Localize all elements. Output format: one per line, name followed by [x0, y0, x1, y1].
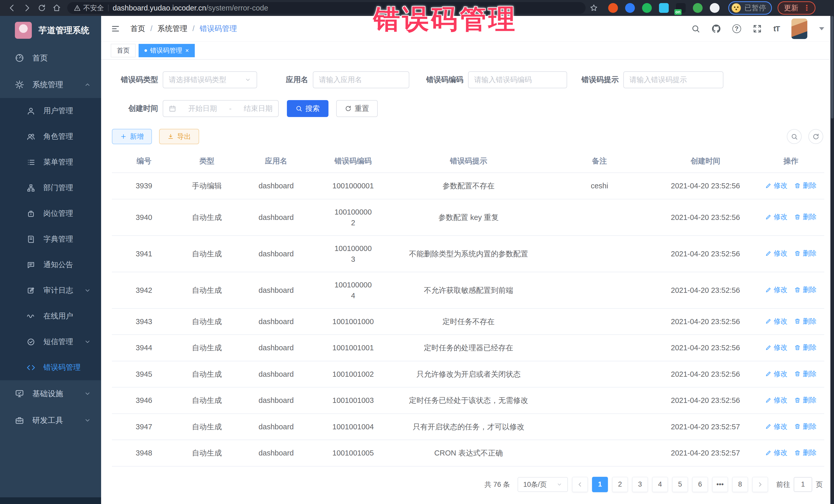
- tab-label: 首页: [117, 46, 130, 54]
- font-size-icon[interactable]: tT: [773, 24, 780, 33]
- delete-link[interactable]: 删除: [794, 316, 816, 327]
- page-button-8[interactable]: 8: [732, 477, 748, 492]
- page-button-2[interactable]: 2: [612, 477, 628, 492]
- page-ellipsis-button[interactable]: •••: [712, 477, 728, 492]
- error-code-input[interactable]: [474, 76, 561, 84]
- home-button[interactable]: [49, 2, 64, 14]
- breadcrumb-item[interactable]: 首页: [130, 24, 145, 34]
- edit-link[interactable]: 修改: [765, 447, 788, 458]
- sidebar-item-online-users[interactable]: 在线用户: [0, 303, 101, 329]
- browser-menu-icon[interactable]: ⋮: [803, 6, 811, 10]
- export-button[interactable]: 导出: [159, 129, 199, 144]
- user-avatar[interactable]: [791, 19, 807, 39]
- gem-extension-icon[interactable]: [625, 3, 635, 13]
- sidebar-item-post-mgmt[interactable]: 岗位管理: [0, 201, 101, 226]
- delete-link[interactable]: 删除: [794, 395, 816, 406]
- delete-link[interactable]: 删除: [794, 369, 816, 379]
- delete-link[interactable]: 删除: [794, 212, 816, 222]
- trash-icon: [794, 214, 800, 220]
- search-button[interactable]: 搜索: [287, 100, 328, 117]
- sidebar-item-dict-mgmt[interactable]: 字典管理: [0, 226, 101, 252]
- delete-link[interactable]: 删除: [794, 447, 816, 458]
- edit-link[interactable]: 修改: [765, 369, 788, 379]
- delete-link[interactable]: 删除: [794, 284, 816, 295]
- github-icon[interactable]: [712, 24, 721, 33]
- goto-page-input[interactable]: [794, 477, 812, 492]
- fullscreen-icon[interactable]: [753, 24, 762, 33]
- delete-link[interactable]: 删除: [794, 180, 816, 191]
- browser-scrollbar[interactable]: [830, 16, 834, 504]
- sidebar-item-notice[interactable]: 通知公告: [0, 252, 101, 278]
- cell-actions: 修改删除: [758, 387, 824, 414]
- ubuntu-extension-icon[interactable]: [608, 3, 618, 13]
- grid-extension-icon[interactable]: [659, 3, 669, 13]
- edit-link[interactable]: 修改: [765, 395, 788, 406]
- prev-page-button[interactable]: [572, 477, 588, 492]
- sidebar-item-menu-mgmt[interactable]: 菜单管理: [0, 149, 101, 175]
- sidebar-toggle-icon[interactable]: [111, 24, 120, 34]
- sidebar-item-infrastructure[interactable]: 基础设施: [0, 380, 101, 407]
- error-hint-input[interactable]: [630, 76, 717, 84]
- toggle-search-button[interactable]: [787, 129, 802, 144]
- page-size-select[interactable]: 10条/页: [518, 477, 568, 492]
- edit-link[interactable]: 修改: [765, 342, 788, 353]
- app-name-input[interactable]: [319, 76, 403, 84]
- back-button[interactable]: [5, 2, 20, 14]
- breadcrumb-item[interactable]: 系统管理: [158, 24, 187, 34]
- sidebar-collapse-bar[interactable]: [0, 497, 101, 504]
- edit-link[interactable]: 修改: [765, 284, 788, 295]
- page-content: 错误码类型 请选择错误码类型 应用名 错误码编码 错误: [101, 60, 834, 504]
- security-badge[interactable]: 不安全: [74, 3, 104, 13]
- sidebar-item-user-mgmt[interactable]: 用户管理: [0, 98, 101, 124]
- edit-link[interactable]: 修改: [765, 248, 788, 259]
- browser-update-button[interactable]: 更新 ⋮: [777, 1, 815, 15]
- create-time-range-picker[interactable]: 开始日期 - 结束日期: [163, 100, 279, 117]
- edit-link[interactable]: 修改: [765, 212, 788, 222]
- green-check-extension-icon[interactable]: [642, 3, 652, 13]
- page-button-5[interactable]: 5: [672, 477, 688, 492]
- forward-button[interactable]: [20, 2, 35, 14]
- add-button[interactable]: 新增: [112, 129, 152, 144]
- reload-button[interactable]: [35, 2, 49, 14]
- delete-link[interactable]: 删除: [794, 421, 816, 432]
- sidebar-item-dev-tools[interactable]: 研发工具: [0, 407, 101, 434]
- cell-actions: 修改删除: [758, 272, 824, 308]
- help-icon[interactable]: ?: [732, 24, 741, 33]
- logo[interactable]: 芋道管理系统: [0, 16, 101, 45]
- lines-extension-icon[interactable]: on: [676, 3, 686, 13]
- edit-link[interactable]: 修改: [765, 316, 788, 327]
- sidebar-item-sms-mgmt[interactable]: 短信管理: [0, 329, 101, 355]
- close-tab-icon[interactable]: ×: [185, 47, 189, 54]
- update-label: 更新: [784, 3, 798, 13]
- bookmark-star-icon[interactable]: [590, 4, 598, 12]
- page-button-6[interactable]: 6: [692, 477, 708, 492]
- tab-错误码管理[interactable]: 错误码管理×: [138, 44, 195, 57]
- sidebar-item-role-mgmt[interactable]: 角色管理: [0, 124, 101, 149]
- page-button-1[interactable]: 1: [592, 477, 608, 492]
- pencil-icon: [765, 287, 772, 293]
- edit-link[interactable]: 修改: [765, 421, 788, 432]
- annotation-overlay-text: 错误码管理: [373, 2, 517, 38]
- sidebar-item-home[interactable]: 首页: [0, 45, 101, 71]
- search-icon[interactable]: [691, 24, 700, 33]
- page-button-4[interactable]: 4: [652, 477, 668, 492]
- delete-link[interactable]: 删除: [794, 248, 816, 259]
- scrollbar-thumb[interactable]: [831, 16, 833, 118]
- profile-pill[interactable]: 已暂停: [728, 1, 772, 15]
- refresh-table-button[interactable]: [808, 129, 823, 144]
- next-page-button[interactable]: [752, 477, 768, 492]
- users-icon: [27, 132, 35, 141]
- tab-首页[interactable]: 首页: [111, 44, 135, 57]
- edit-link[interactable]: 修改: [765, 180, 788, 191]
- sidebar-item-dept-mgmt[interactable]: 部门管理: [0, 175, 101, 201]
- sidebar-item-system-management[interactable]: 系统管理: [0, 71, 101, 98]
- delete-link[interactable]: 删除: [794, 342, 816, 353]
- sidebar-item-error-code-mgmt[interactable]: 错误码管理: [0, 355, 101, 380]
- error-type-select[interactable]: 请选择错误码类型: [163, 71, 257, 88]
- puzzle-extension-icon[interactable]: [710, 3, 720, 13]
- sidebar-item-audit-log[interactable]: 审计日志: [0, 278, 101, 303]
- avatar-caret-down-icon[interactable]: [819, 27, 824, 30]
- key-extension-icon[interactable]: [693, 3, 703, 13]
- page-button-3[interactable]: 3: [632, 477, 648, 492]
- reset-button[interactable]: 重置: [336, 100, 378, 117]
